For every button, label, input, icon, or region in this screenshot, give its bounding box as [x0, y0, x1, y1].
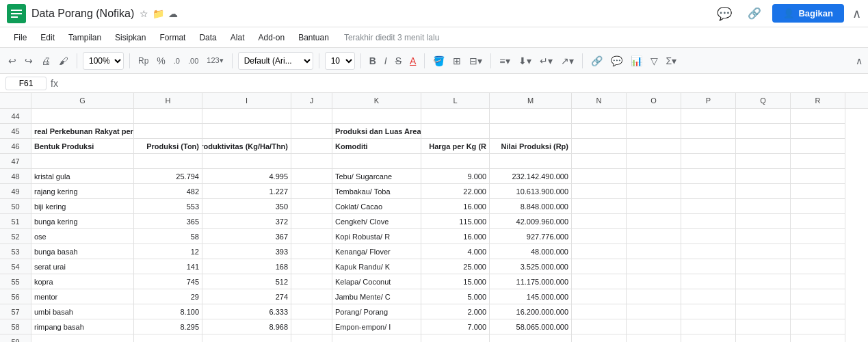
align-button[interactable]: ≡▾ — [497, 53, 512, 68]
print-button[interactable]: 🖨 — [38, 53, 53, 68]
cell[interactable] — [572, 274, 627, 289]
cell[interactable] — [490, 124, 572, 139]
text-rotate-button[interactable]: ↗▾ — [558, 53, 577, 68]
cell[interactable]: 350 — [202, 199, 291, 214]
cell[interactable] — [736, 154, 791, 169]
cell[interactable]: kopra — [31, 274, 134, 289]
cell[interactable] — [791, 229, 845, 244]
cell[interactable] — [572, 169, 627, 184]
cell[interactable] — [681, 184, 736, 199]
cell[interactable]: 22.000 — [421, 184, 490, 199]
cell[interactable] — [291, 274, 332, 289]
cell[interactable]: 1.227 — [202, 184, 291, 199]
cell[interactable] — [291, 109, 332, 124]
cell[interactable] — [31, 334, 134, 342]
cell[interactable]: 10.613.900.000 — [490, 184, 572, 199]
link-button[interactable]: 🔗 — [588, 53, 605, 68]
cell[interactable]: Empon-empon/ I — [332, 319, 421, 334]
formula-input[interactable] — [62, 77, 863, 90]
cell[interactable]: 168 — [202, 259, 291, 274]
cell[interactable] — [572, 334, 627, 342]
collapse-button[interactable]: ∧ — [856, 55, 863, 66]
cell[interactable]: biji kering — [31, 199, 134, 214]
cell[interactable] — [31, 154, 134, 169]
cell[interactable] — [736, 304, 791, 319]
cell[interactable]: 553 — [134, 199, 202, 214]
menu-sisipkan[interactable]: Sisipkan — [109, 31, 151, 44]
comment-button[interactable]: 💬 — [712, 1, 737, 26]
filter-button[interactable]: ▽ — [648, 53, 661, 68]
cell[interactable] — [291, 304, 332, 319]
zoom-select[interactable]: 100% — [83, 52, 124, 70]
cell[interactable] — [572, 199, 627, 214]
paint-format-button[interactable]: 🖌 — [56, 53, 71, 68]
folder-icon[interactable]: 📁 — [153, 8, 164, 19]
cell[interactable] — [291, 229, 332, 244]
doc-title[interactable]: Data Porang (Nofika) — [31, 8, 134, 20]
cell[interactable]: 25.000 — [421, 259, 490, 274]
bagikan-button[interactable]: 👤 Bagikan — [772, 4, 844, 23]
cell[interactable] — [681, 214, 736, 229]
cell[interactable] — [31, 109, 134, 124]
cell[interactable]: 115.000 — [421, 214, 490, 229]
cell[interactable]: Bentuk Produksi — [31, 139, 134, 154]
cell[interactable] — [736, 169, 791, 184]
cell[interactable]: 9.000 — [421, 169, 490, 184]
cell[interactable] — [736, 214, 791, 229]
cell[interactable]: 58.065.000.000 — [490, 319, 572, 334]
cell[interactable] — [627, 124, 681, 139]
cell[interactable]: 141 — [134, 259, 202, 274]
cell[interactable]: 4.995 — [202, 169, 291, 184]
col-header-h[interactable]: H — [134, 93, 202, 108]
cell[interactable] — [791, 169, 845, 184]
cell[interactable]: bunga kering — [31, 214, 134, 229]
cell[interactable]: 367 — [202, 229, 291, 244]
cell[interactable] — [627, 334, 681, 342]
cell[interactable]: Komoditi — [332, 139, 421, 154]
font-family-select[interactable]: Default (Ari... — [238, 52, 313, 70]
cell[interactable] — [291, 124, 332, 139]
cell[interactable] — [291, 319, 332, 334]
cell[interactable] — [572, 124, 627, 139]
cell[interactable] — [291, 334, 332, 342]
cell[interactable] — [421, 109, 490, 124]
cell[interactable] — [291, 169, 332, 184]
cell[interactable] — [681, 259, 736, 274]
cell[interactable]: rimpang basah — [31, 319, 134, 334]
cell[interactable]: 25.794 — [134, 169, 202, 184]
cell[interactable] — [681, 304, 736, 319]
cell[interactable] — [572, 154, 627, 169]
cell[interactable]: 7.000 — [421, 319, 490, 334]
cell[interactable] — [681, 319, 736, 334]
cell[interactable] — [681, 229, 736, 244]
cell[interactable] — [291, 139, 332, 154]
cell[interactable] — [627, 139, 681, 154]
share-mode-button[interactable]: 🔗 — [742, 4, 767, 23]
cell[interactable]: Produksi dan Luas Areal Perkebunan Rakya… — [332, 124, 421, 139]
cell[interactable] — [736, 109, 791, 124]
menu-bantuan[interactable]: Bantuan — [293, 31, 334, 44]
cell[interactable]: 16.000 — [421, 229, 490, 244]
cell[interactable] — [572, 184, 627, 199]
more-formats-button[interactable]: 123▾ — [204, 54, 226, 67]
cell[interactable] — [791, 259, 845, 274]
cell[interactable] — [572, 319, 627, 334]
cell[interactable] — [291, 184, 332, 199]
cell[interactable] — [736, 334, 791, 342]
chart-button[interactable]: 📊 — [628, 53, 645, 68]
cell[interactable] — [627, 319, 681, 334]
cell[interactable] — [572, 139, 627, 154]
cell[interactable] — [291, 289, 332, 304]
cell[interactable] — [791, 154, 845, 169]
cell[interactable] — [134, 109, 202, 124]
cell[interactable]: 4.000 — [421, 244, 490, 259]
cell[interactable] — [681, 124, 736, 139]
cell[interactable]: 745 — [134, 274, 202, 289]
cell[interactable] — [572, 289, 627, 304]
cell[interactable] — [332, 334, 421, 342]
cell[interactable] — [572, 244, 627, 259]
cloud-icon[interactable]: ☁ — [168, 8, 178, 19]
cell[interactable] — [681, 199, 736, 214]
cell[interactable] — [490, 334, 572, 342]
cell[interactable] — [572, 259, 627, 274]
